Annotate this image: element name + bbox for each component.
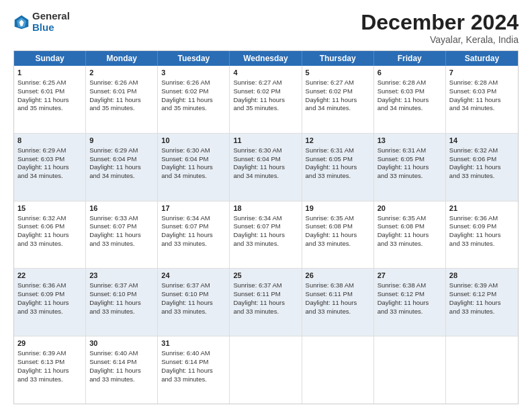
calendar-cell: 14Sunrise: 6:32 AMSunset: 6:06 PMDayligh… [446,134,518,201]
day-info-line: and 34 minutes. [17,172,82,181]
day-info-line: Sunset: 6:11 PM [233,290,298,299]
calendar-cell: 15Sunrise: 6:32 AMSunset: 6:06 PMDayligh… [14,201,86,269]
day-number: 31 [161,338,226,349]
day-info-line: Sunrise: 6:38 AM [378,281,442,290]
day-info-line: Sunset: 6:08 PM [306,222,370,231]
calendar-cell: 5Sunrise: 6:27 AMSunset: 6:02 PMDaylight… [302,66,374,133]
day-info-line: Daylight: 11 hours [378,299,442,308]
day-info-line: Sunrise: 6:25 AM [17,79,82,87]
logo: General Blue [13,11,70,33]
calendar-header-row: Sunday Monday Tuesday Wednesday Thursday… [14,51,518,66]
day-info-line: and 33 minutes. [306,240,370,248]
header-saturday: Saturday [446,51,518,66]
calendar-location: Vayalar, Kerala, India [361,34,519,45]
day-info-line: Sunset: 6:12 PM [449,290,515,299]
day-info-line: Daylight: 11 hours [449,299,515,308]
day-number: 28 [449,271,515,281]
calendar-cell: 8Sunrise: 6:29 AMSunset: 6:03 PMDaylight… [14,134,86,201]
day-info-line: and 33 minutes. [89,375,154,384]
day-number: 24 [161,271,226,281]
calendar-week-3: 15Sunrise: 6:32 AMSunset: 6:06 PMDayligh… [14,201,518,269]
calendar-cell: 28Sunrise: 6:39 AMSunset: 6:12 PMDayligh… [446,269,518,336]
header-thursday: Thursday [302,51,374,66]
calendar-cell: 17Sunrise: 6:34 AMSunset: 6:07 PMDayligh… [158,201,230,269]
day-number: 12 [306,136,370,146]
day-info-line: Sunrise: 6:26 AM [161,79,226,87]
day-info-line: Daylight: 11 hours [17,163,82,172]
day-number: 14 [449,136,515,146]
day-number: 3 [161,68,226,78]
day-info-line: Sunset: 6:13 PM [17,358,82,367]
day-info-line: Sunset: 6:03 PM [378,87,442,96]
day-info-line: Sunrise: 6:37 AM [161,281,226,290]
header-sunday: Sunday [14,51,86,66]
day-number: 4 [233,68,298,78]
day-number: 10 [161,136,226,146]
day-info-line: Sunrise: 6:32 AM [449,146,515,155]
day-info-line: and 35 minutes. [161,104,226,113]
calendar-cell: 6Sunrise: 6:28 AMSunset: 6:03 PMDaylight… [374,66,446,133]
day-info-line: and 33 minutes. [161,240,226,248]
day-info-line: and 33 minutes. [449,240,515,248]
day-number: 17 [161,203,226,214]
day-info-line: Sunset: 6:09 PM [449,222,515,231]
day-info-line: Daylight: 11 hours [233,299,298,308]
calendar-title: December 2024 [361,11,519,34]
day-number: 18 [233,203,298,214]
calendar-cell: 25Sunrise: 6:37 AMSunset: 6:11 PMDayligh… [230,269,302,336]
day-info-line: and 33 minutes. [306,172,370,181]
day-number: 30 [89,338,154,349]
day-info-line: Daylight: 11 hours [161,163,226,172]
day-info-line: Sunset: 6:14 PM [89,358,154,367]
day-info-line: Sunrise: 6:36 AM [449,214,515,223]
day-number: 11 [233,136,298,146]
day-info-line: and 33 minutes. [233,240,298,248]
day-info-line: Daylight: 11 hours [378,163,442,172]
day-info-line: and 33 minutes. [378,308,442,316]
day-info-line: Sunrise: 6:37 AM [89,281,154,290]
calendar-cell: 22Sunrise: 6:36 AMSunset: 6:09 PMDayligh… [14,269,86,336]
day-info-line: Sunset: 6:09 PM [17,290,82,299]
day-info-line: Daylight: 11 hours [17,96,82,105]
day-info-line: Sunrise: 6:40 AM [89,349,154,358]
calendar-cell: 26Sunrise: 6:38 AMSunset: 6:11 PMDayligh… [302,269,374,336]
calendar-cell: 9Sunrise: 6:29 AMSunset: 6:04 PMDaylight… [86,134,158,201]
day-info-line: Sunrise: 6:36 AM [17,281,82,290]
day-info-line: and 33 minutes. [233,308,298,316]
day-number: 20 [378,203,442,214]
calendar-cell [302,336,374,404]
header-tuesday: Tuesday [158,51,230,66]
day-info-line: Sunset: 6:14 PM [161,358,226,367]
day-info-line: and 33 minutes. [17,240,82,248]
day-info-line: Daylight: 11 hours [17,367,82,375]
calendar-cell: 20Sunrise: 6:35 AMSunset: 6:08 PMDayligh… [374,201,446,269]
day-info-line: Sunset: 6:02 PM [161,87,226,96]
day-info-line: and 35 minutes. [89,104,154,113]
day-info-line: and 34 minutes. [449,104,515,113]
day-number: 21 [449,203,515,214]
day-info-line: Sunset: 6:07 PM [89,222,154,231]
header-monday: Monday [86,51,158,66]
day-info-line: Daylight: 11 hours [161,231,226,240]
day-info-line: Sunset: 6:01 PM [17,87,82,96]
day-info-line: Daylight: 11 hours [233,96,298,105]
day-number: 19 [306,203,370,214]
day-number: 25 [233,271,298,281]
day-info-line: Sunset: 6:02 PM [233,87,298,96]
day-info-line: Sunrise: 6:29 AM [17,146,82,155]
calendar-cell: 18Sunrise: 6:34 AMSunset: 6:07 PMDayligh… [230,201,302,269]
day-info-line: Daylight: 11 hours [233,163,298,172]
day-info-line: Sunset: 6:11 PM [306,290,370,299]
day-info-line: and 33 minutes. [17,375,82,384]
calendar-cell: 12Sunrise: 6:31 AMSunset: 6:05 PMDayligh… [302,134,374,201]
day-info-line: Sunrise: 6:29 AM [89,146,154,155]
calendar-cell: 23Sunrise: 6:37 AMSunset: 6:10 PMDayligh… [86,269,158,336]
day-info-line: Sunrise: 6:34 AM [233,214,298,223]
day-info-line: Sunset: 6:07 PM [161,222,226,231]
day-number: 13 [378,136,442,146]
day-info-line: Sunset: 6:07 PM [233,222,298,231]
calendar-cell: 2Sunrise: 6:26 AMSunset: 6:01 PMDaylight… [86,66,158,133]
title-block: December 2024 Vayalar, Kerala, India [361,11,519,45]
calendar-cell: 3Sunrise: 6:26 AMSunset: 6:02 PMDaylight… [158,66,230,133]
calendar-week-4: 22Sunrise: 6:36 AMSunset: 6:09 PMDayligh… [14,269,518,336]
